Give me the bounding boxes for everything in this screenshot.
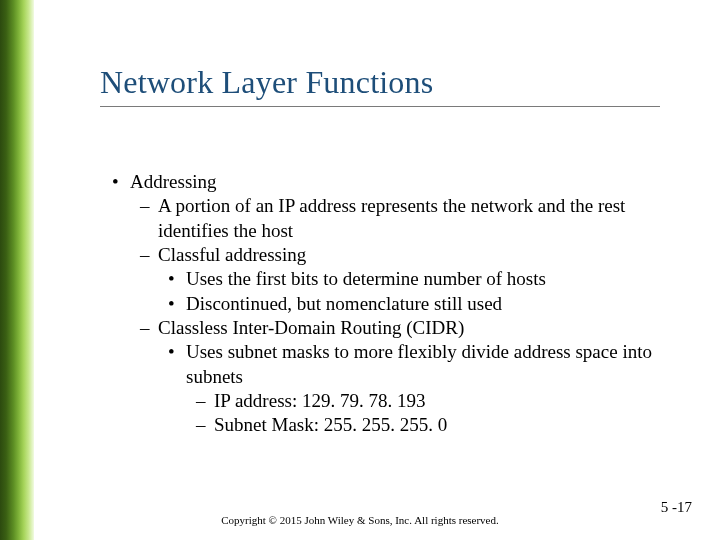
bullet-discontinued: Discontinued, but nomenclature still use… [168, 292, 672, 316]
dash-icon [196, 413, 214, 437]
bullet-text: IP address: 129. 79. 78. 193 [214, 389, 672, 413]
dash-icon [196, 389, 214, 413]
bullet-text: Addressing [130, 170, 672, 194]
side-gradient-bar [0, 0, 34, 540]
bullet-icon [168, 292, 186, 316]
dash-icon [140, 316, 158, 340]
slide-body: Addressing A portion of an IP address re… [112, 170, 672, 437]
bullet-icon [112, 170, 130, 194]
bullet-text: Uses subnet masks to more flexibly divid… [186, 340, 672, 389]
bullet-text: Subnet Mask: 255. 255. 255. 0 [214, 413, 672, 437]
bullet-subnet-mask-value: Subnet Mask: 255. 255. 255. 0 [196, 413, 672, 437]
bullet-classful: Classful addressing [140, 243, 672, 267]
slide-title: Network Layer Functions [100, 64, 433, 101]
dash-icon [140, 243, 158, 267]
bullet-ip-portion: A portion of an IP address represents th… [140, 194, 672, 243]
dash-icon [140, 194, 158, 243]
bullet-cidr: Classless Inter-Domain Routing (CIDR) [140, 316, 672, 340]
bullet-icon [168, 267, 186, 291]
bullet-text: Uses the first bits to determine number … [186, 267, 672, 291]
title-underline [100, 106, 660, 107]
bullet-text: A portion of an IP address represents th… [158, 194, 672, 243]
bullet-first-bits: Uses the first bits to determine number … [168, 267, 672, 291]
bullet-text: Classful addressing [158, 243, 672, 267]
copyright-footer: Copyright © 2015 John Wiley & Sons, Inc.… [0, 514, 720, 526]
bullet-ip-address: IP address: 129. 79. 78. 193 [196, 389, 672, 413]
bullet-text: Discontinued, but nomenclature still use… [186, 292, 672, 316]
bullet-addressing: Addressing [112, 170, 672, 194]
slide: Network Layer Functions Addressing A por… [0, 0, 720, 540]
bullet-icon [168, 340, 186, 389]
bullet-text: Classless Inter-Domain Routing (CIDR) [158, 316, 672, 340]
page-number: 5 -17 [661, 499, 692, 516]
bullet-subnet-masks: Uses subnet masks to more flexibly divid… [168, 340, 672, 389]
